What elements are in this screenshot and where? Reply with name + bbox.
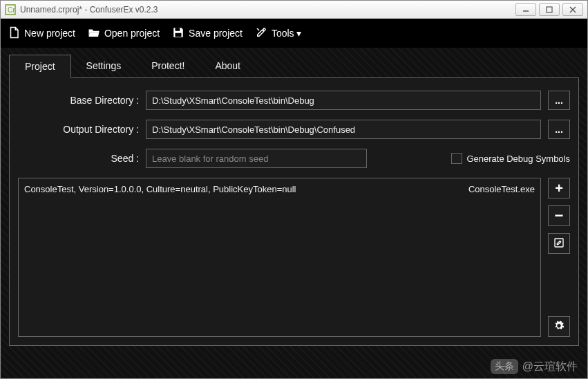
edit-assembly-button[interactable] (548, 233, 570, 254)
tools-menu[interactable]: Tools ▾ (255, 26, 302, 41)
close-button[interactable] (562, 3, 583, 16)
checkbox-icon (451, 153, 462, 164)
svg-point-8 (263, 28, 265, 30)
menu-label: Save project (189, 28, 243, 39)
open-project-button[interactable]: Open project (88, 26, 160, 41)
svg-text:Cr: Cr (8, 6, 15, 14)
maximize-button[interactable] (539, 3, 560, 16)
titlebar: Cr Unnamed.crproj* - ConfuserEx v0.2.3 (1, 1, 587, 19)
tab-settings[interactable]: Settings (71, 55, 137, 78)
save-icon (172, 26, 184, 41)
svg-rect-6 (176, 28, 180, 31)
base-directory-input[interactable] (146, 91, 541, 110)
tab-strip: Project Settings Protect! About (9, 55, 579, 78)
watermark-badge: 头条 (491, 359, 518, 374)
assembly-file: ConsoleTest.exe (468, 184, 535, 194)
app-icon: Cr (5, 4, 16, 15)
output-directory-input[interactable] (146, 120, 541, 139)
minimize-button[interactable] (515, 3, 536, 16)
svg-rect-9 (555, 239, 563, 247)
app-window: Cr Unnamed.crproj* - ConfuserEx v0.2.3 N… (0, 0, 588, 379)
tab-about[interactable]: About (200, 55, 256, 78)
seed-row: Seed : Generate Debug Symbols (18, 149, 570, 168)
base-directory-label: Base Directory : (18, 95, 139, 106)
assembly-info: ConsoleTest, Version=1.0.0.0, Culture=ne… (24, 184, 296, 194)
assembly-side-buttons: + − (548, 178, 570, 337)
window-title: Unnamed.crproj* - ConfuserEx v0.2.3 (20, 5, 515, 15)
menu-label: Tools ▾ (272, 28, 302, 39)
tools-icon (255, 26, 267, 41)
watermark-text: @云瑄软件 (522, 360, 578, 374)
window-controls (515, 3, 583, 16)
pencil-icon (553, 237, 565, 250)
output-directory-label: Output Directory : (18, 124, 139, 135)
output-directory-browse-button[interactable]: ... (548, 120, 570, 139)
plus-icon: + (555, 181, 563, 195)
menu-label: New project (24, 28, 75, 39)
base-directory-browse-button[interactable]: ... (548, 91, 570, 110)
generate-debug-checkbox[interactable]: Generate Debug Symbols (451, 153, 570, 164)
menu-label: Open project (104, 28, 160, 39)
tab-protect[interactable]: Protect! (136, 55, 200, 78)
minus-icon: − (555, 208, 564, 223)
gear-icon (553, 320, 565, 333)
settings-button[interactable] (548, 316, 570, 337)
spacer (548, 261, 570, 309)
file-new-icon (8, 26, 20, 41)
assembly-listbox[interactable]: ConsoleTest, Version=1.0.0.0, Culture=ne… (18, 178, 541, 337)
assembly-list-area: ConsoleTest, Version=1.0.0.0, Culture=ne… (18, 178, 570, 337)
output-directory-row: Output Directory : ... (18, 120, 570, 139)
tab-project[interactable]: Project (9, 55, 71, 78)
project-panel: Base Directory : ... Output Directory : … (9, 77, 579, 346)
new-project-button[interactable]: New project (8, 26, 75, 41)
base-directory-row: Base Directory : ... (18, 91, 570, 110)
seed-input[interactable] (146, 149, 367, 168)
checkbox-label: Generate Debug Symbols (466, 154, 570, 164)
folder-open-icon (88, 26, 100, 41)
seed-label: Seed : (18, 153, 139, 164)
content-area: Project Settings Protect! About Base Dir… (1, 48, 587, 378)
remove-assembly-button[interactable]: − (548, 205, 570, 226)
menubar: New project Open project Save project To… (1, 19, 587, 48)
svg-rect-7 (176, 33, 182, 36)
add-assembly-button[interactable]: + (548, 178, 570, 198)
list-item[interactable]: ConsoleTest, Version=1.0.0.0, Culture=ne… (24, 183, 535, 196)
svg-rect-3 (547, 7, 552, 12)
save-project-button[interactable]: Save project (172, 26, 243, 41)
watermark: 头条 @云瑄软件 (491, 359, 578, 374)
